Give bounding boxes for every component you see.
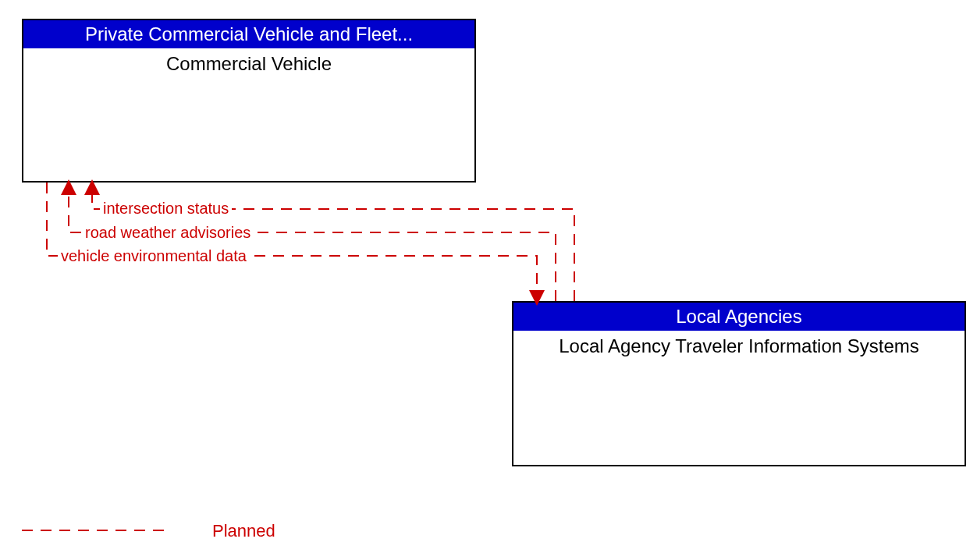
entity-box-commercial-vehicle: Private Commercial Vehicle and Fleet... … <box>22 19 476 183</box>
entity-body-top: Commercial Vehicle <box>23 48 474 75</box>
legend-label-planned: Planned <box>212 521 275 541</box>
flow-label-road-weather-advisories: road weather advisories <box>82 224 254 242</box>
flow-label-vehicle-environmental-data: vehicle environmental data <box>58 247 250 265</box>
entity-header-top: Private Commercial Vehicle and Fleet... <box>23 20 474 48</box>
entity-header-bottom: Local Agencies <box>513 303 965 331</box>
flow-label-intersection-status: intersection status <box>100 200 232 218</box>
entity-box-local-agency: Local Agencies Local Agency Traveler Inf… <box>512 301 966 466</box>
entity-body-bottom: Local Agency Traveler Information System… <box>513 331 965 357</box>
